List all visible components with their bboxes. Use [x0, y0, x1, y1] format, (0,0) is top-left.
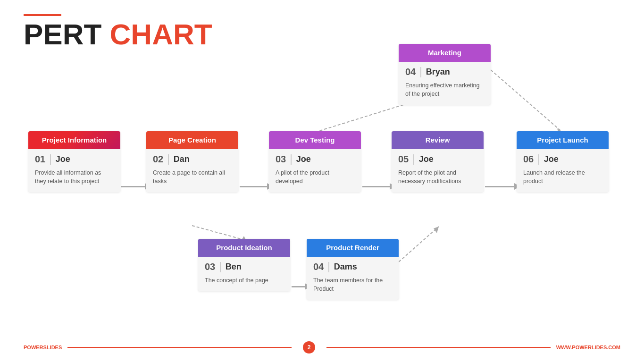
node-product-ideation: Product Ideation 03 Ben The concept of t…: [198, 239, 290, 291]
header-accent-line: [24, 14, 61, 16]
node-project-launch-num: 06: [523, 154, 534, 165]
node-review-name: Joe: [419, 154, 434, 164]
svg-marker-3: [434, 227, 439, 233]
node-product-render-desc: The team members for the Product: [313, 276, 392, 293]
svg-line-2: [399, 227, 439, 262]
svg-line-0: [192, 226, 244, 240]
node-product-render-header: Product Render: [307, 239, 399, 257]
footer-brand: POWERSLIDES: [24, 345, 62, 350]
node-product-ideation-name: Ben: [226, 262, 242, 272]
page-title: PERT CHART: [24, 20, 212, 49]
node-page-creation-header: Page Creation: [146, 131, 238, 149]
node-project-launch-name: Joe: [544, 154, 559, 164]
node-review-header: Review: [392, 131, 484, 149]
svg-line-6: [491, 70, 562, 132]
node-page-creation-desc: Create a page to contain all tasks: [153, 168, 232, 185]
node-project-launch-header: Project Launch: [517, 131, 609, 149]
node-dev-testing-header: Dev Testing: [269, 131, 361, 149]
node-page-creation-num: 02: [153, 154, 163, 165]
node-dev-testing: Dev Testing 03 Joe A pilot of the produc…: [269, 131, 361, 192]
node-page-creation: Page Creation 02 Dan Create a page to co…: [146, 131, 238, 192]
node-product-ideation-num: 03: [205, 261, 215, 272]
node-project-information-name: Joe: [56, 154, 70, 164]
node-dev-testing-desc: A pilot of the product developed: [276, 168, 354, 185]
arrow-3: [362, 183, 395, 190]
node-marketing: Marketing 04 Bryan Ensuring effective ma…: [399, 44, 491, 105]
arrow-4: [485, 183, 520, 190]
footer: POWERSLIDES 2 WWW.POWERLIDES.COM: [24, 341, 620, 354]
node-dev-testing-name: Joe: [296, 154, 311, 164]
node-project-launch-desc: Launch and release the product: [523, 168, 602, 185]
node-review-desc: Report of the pilot and necessary modifi…: [398, 168, 477, 185]
node-project-information-header: Project Information: [28, 131, 120, 149]
title-chart: CHART: [110, 18, 212, 51]
node-product-render-name: Dams: [334, 262, 357, 272]
node-product-render: Product Render 04 Dams The team members …: [307, 239, 399, 300]
node-product-ideation-header: Product Ideation: [198, 239, 290, 257]
footer-line-left: [67, 347, 292, 348]
title-pert: PERT: [24, 18, 101, 51]
footer-line-right: [326, 347, 551, 348]
node-product-render-num: 04: [313, 261, 324, 272]
node-marketing-desc: Ensuring effective marketing of the proj…: [405, 81, 484, 98]
arrow-2: [240, 183, 273, 190]
node-marketing-num: 04: [405, 67, 416, 77]
node-dev-testing-num: 03: [276, 154, 286, 165]
node-project-information: Project Information 01 Joe Provide all i…: [28, 131, 120, 192]
node-project-launch: Project Launch 06 Joe Launch and release…: [517, 131, 609, 192]
node-page-creation-name: Dan: [174, 154, 190, 164]
node-project-information-num: 01: [35, 154, 45, 165]
node-project-information-desc: Provide all information as they relate t…: [35, 168, 114, 185]
node-review: Review 05 Joe Report of the pilot and ne…: [392, 131, 484, 192]
node-marketing-header: Marketing: [399, 44, 491, 62]
node-product-ideation-desc: The concept of the page: [205, 276, 284, 285]
footer-url: WWW.POWERLIDES.COM: [556, 345, 620, 350]
header: PERT CHART: [24, 14, 212, 49]
footer-page-number: 2: [303, 341, 315, 354]
node-marketing-name: Bryan: [426, 67, 450, 77]
node-review-num: 05: [398, 154, 409, 165]
